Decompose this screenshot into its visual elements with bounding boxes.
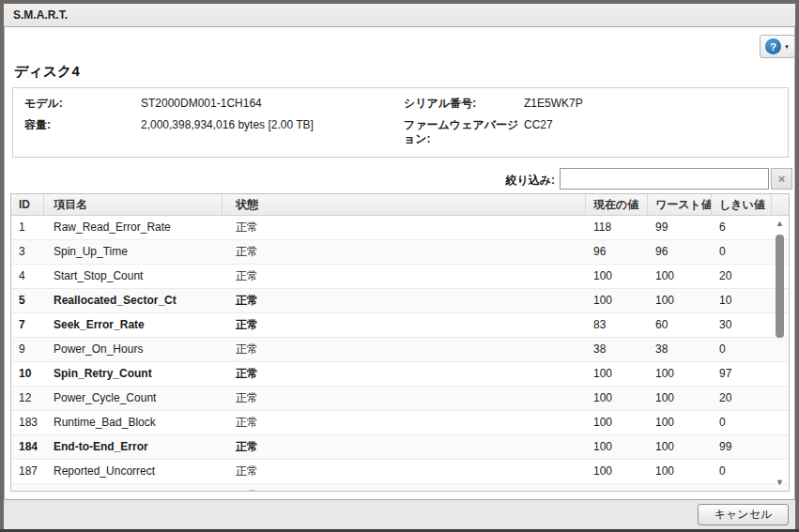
dialog-content-panel: ? ▼ ディスク4 モデル: ST2000DM001-1CH164 シリアル番号… bbox=[4, 26, 795, 500]
table-row[interactable]: 5 Reallocated_Sector_Ct 正常 100 100 10 bbox=[11, 289, 789, 313]
cell-threshold-value: 97 bbox=[712, 362, 772, 386]
cancel-button[interactable]: キャンセル bbox=[698, 504, 789, 525]
table-row[interactable]: 7 Seek_Error_Rate 正常 83 60 30 bbox=[11, 313, 789, 338]
model-label: モデル: bbox=[24, 97, 139, 112]
cell-status: 正常 bbox=[223, 240, 586, 264]
capacity-value: 2,000,398,934,016 bytes [2.00 TB] bbox=[141, 118, 402, 133]
cell-current-value: 100 bbox=[586, 362, 648, 386]
disk-title: ディスク4 bbox=[14, 63, 80, 81]
cell-threshold-value: 99 bbox=[712, 435, 772, 459]
cell-current-value: 100 bbox=[586, 265, 648, 288]
column-header-worst[interactable]: ワースト値 bbox=[648, 194, 712, 215]
cell-threshold-value: 6 bbox=[712, 216, 772, 239]
cell-worst-value: 100 bbox=[648, 265, 712, 288]
table-row[interactable]: 188 Command_Timeout 正常 100 100 0 bbox=[11, 484, 789, 491]
vertical-scrollbar[interactable]: ▲ ▼ bbox=[773, 218, 787, 488]
cell-threshold-value: 10 bbox=[712, 289, 772, 312]
cell-id: 12 bbox=[11, 387, 44, 410]
cell-id: 9 bbox=[11, 338, 44, 361]
cell-worst-value: 100 bbox=[648, 484, 712, 491]
cell-threshold-value: 20 bbox=[712, 265, 772, 288]
filter-input[interactable] bbox=[560, 168, 769, 190]
table-row[interactable]: 1 Raw_Read_Error_Rate 正常 118 99 6 bbox=[11, 216, 789, 240]
cell-id: 7 bbox=[11, 313, 44, 337]
cell-current-value: 100 bbox=[586, 411, 648, 434]
column-header-threshold[interactable]: しきい値 bbox=[712, 194, 772, 215]
table-row[interactable]: 10 Spin_Retry_Count 正常 100 100 97 bbox=[11, 362, 789, 387]
cell-attribute-name: Runtime_Bad_Block bbox=[44, 411, 223, 434]
cell-status: 正常 bbox=[223, 411, 586, 434]
serial-value: Z1E5WK7P bbox=[524, 97, 776, 112]
firmware-label: ファームウェアバージョン: bbox=[404, 118, 522, 147]
chevron-down-icon: ▼ bbox=[784, 44, 790, 50]
cell-worst-value: 100 bbox=[648, 362, 712, 386]
cell-status: 正常 bbox=[223, 484, 586, 491]
cell-current-value: 100 bbox=[586, 289, 648, 312]
help-button[interactable]: ? ▼ bbox=[760, 35, 795, 58]
window-title: S.M.A.R.T. bbox=[13, 8, 68, 22]
cell-id: 188 bbox=[11, 484, 44, 491]
cell-id: 187 bbox=[11, 460, 44, 483]
table-row[interactable]: 187 Reported_Uncorrect 正常 100 100 0 bbox=[11, 460, 789, 484]
cell-threshold-value: 0 bbox=[712, 460, 772, 483]
cell-current-value: 100 bbox=[586, 435, 648, 459]
cell-status: 正常 bbox=[223, 435, 586, 459]
cell-status: 正常 bbox=[223, 313, 586, 337]
cell-current-value: 100 bbox=[586, 460, 648, 483]
table-row[interactable]: 184 End-to-End_Error 正常 100 100 99 bbox=[11, 435, 789, 460]
cell-attribute-name: Seek_Error_Rate bbox=[44, 313, 223, 337]
scroll-up-icon[interactable]: ▲ bbox=[776, 218, 784, 229]
scroll-down-icon[interactable]: ▼ bbox=[776, 477, 784, 488]
cell-worst-value: 100 bbox=[648, 289, 712, 312]
cell-attribute-name: End-to-End_Error bbox=[44, 435, 223, 459]
titlebar[interactable]: S.M.A.R.T. bbox=[4, 4, 795, 26]
cell-id: 10 bbox=[11, 362, 44, 386]
table-row[interactable]: 3 Spin_Up_Time 正常 96 96 0 bbox=[11, 240, 789, 265]
cell-status: 正常 bbox=[223, 289, 586, 312]
table-row[interactable]: 183 Runtime_Bad_Block 正常 100 100 0 bbox=[11, 411, 789, 435]
cell-threshold-value: 0 bbox=[712, 411, 772, 434]
cell-worst-value: 96 bbox=[648, 240, 712, 264]
filter-label: 絞り込み: bbox=[399, 173, 555, 189]
cell-attribute-name: Spin_Retry_Count bbox=[44, 362, 223, 386]
cell-threshold-value: 0 bbox=[712, 484, 772, 491]
scrollbar-thumb[interactable] bbox=[776, 235, 784, 338]
cell-attribute-name: Start_Stop_Count bbox=[44, 265, 223, 288]
cell-status: 正常 bbox=[223, 338, 586, 361]
cell-current-value: 38 bbox=[586, 338, 648, 361]
column-header-id[interactable]: ID bbox=[11, 194, 44, 215]
firmware-value: CC27 bbox=[524, 118, 776, 133]
cell-worst-value: 99 bbox=[648, 216, 712, 239]
table-row[interactable]: 4 Start_Stop_Count 正常 100 100 20 bbox=[11, 265, 789, 289]
cell-attribute-name: Raw_Read_Error_Rate bbox=[44, 216, 223, 239]
column-header-name[interactable]: 項目名 bbox=[44, 194, 223, 215]
cell-status: 正常 bbox=[223, 387, 586, 410]
cell-status: 正常 bbox=[223, 460, 586, 483]
dialog-footer: キャンセル bbox=[4, 500, 795, 529]
table-header: ID 項目名 状態 現在の値 ワースト値 しきい値 bbox=[11, 194, 789, 216]
filter-clear-button[interactable]: × bbox=[771, 168, 792, 190]
capacity-label: 容量: bbox=[24, 118, 139, 133]
cell-threshold-value: 0 bbox=[712, 338, 772, 361]
column-header-status[interactable]: 状態 bbox=[223, 194, 586, 215]
cell-worst-value: 38 bbox=[648, 338, 712, 361]
cell-status: 正常 bbox=[223, 216, 586, 239]
scrollbar-track[interactable] bbox=[773, 229, 787, 477]
cell-worst-value: 100 bbox=[648, 435, 712, 459]
cell-id: 3 bbox=[11, 240, 44, 264]
table-row[interactable]: 12 Power_Cycle_Count 正常 100 100 20 bbox=[11, 387, 789, 411]
cell-threshold-value: 0 bbox=[712, 240, 772, 264]
cell-status: 正常 bbox=[223, 362, 586, 386]
column-header-spacer bbox=[772, 194, 789, 215]
cell-threshold-value: 30 bbox=[712, 313, 772, 337]
cell-current-value: 96 bbox=[586, 240, 648, 264]
table-row[interactable]: 9 Power_On_Hours 正常 38 38 0 bbox=[11, 338, 789, 362]
cell-worst-value: 100 bbox=[648, 460, 712, 483]
column-header-current[interactable]: 現在の値 bbox=[586, 194, 648, 215]
cell-status: 正常 bbox=[223, 265, 586, 288]
cell-attribute-name: Reported_Uncorrect bbox=[44, 460, 223, 483]
close-icon: × bbox=[778, 172, 786, 186]
cell-id: 183 bbox=[11, 411, 44, 434]
smart-attributes-table: ID 項目名 状態 現在の値 ワースト値 しきい値 1 Raw_Read_Err… bbox=[10, 193, 790, 492]
cell-attribute-name: Command_Timeout bbox=[44, 484, 223, 491]
